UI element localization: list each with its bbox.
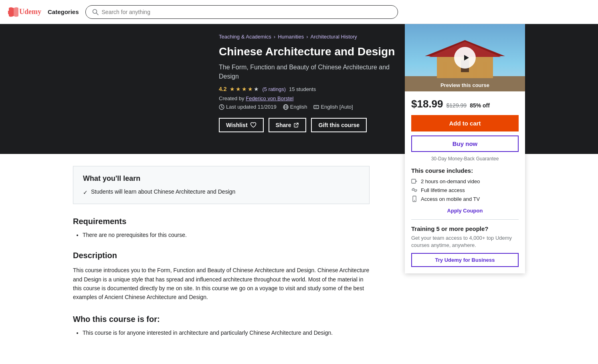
svg-point-25 [414,200,415,201]
preview-label: Preview this course [405,82,525,88]
search-input[interactable] [102,9,391,15]
svg-text:CC: CC [315,106,318,108]
content-area: What you'll learn ✓ Students will learn … [73,166,370,349]
try-business-button[interactable]: Try Udemy for Business [411,253,519,267]
requirements-title: Requirements [73,217,370,226]
business-description: Get your team access to 4,000+ top Udemy… [411,235,519,249]
apply-coupon-link[interactable]: Apply Coupon [411,208,519,214]
captions: CC English [Auto] [313,104,353,110]
gift-button[interactable]: Gift this course [311,118,367,132]
search-bar [85,5,398,19]
requirements-list: There are no prerequisites for this cour… [73,232,370,238]
rating-count: (5 ratings) [262,86,286,92]
includes-item-lifetime: Full lifetime access [411,187,519,193]
share-button[interactable]: Share [269,118,307,132]
learn-section: What you'll learn ✓ Students will learn … [73,166,370,204]
description-text: This course introduces you to the Form, … [73,266,370,302]
audience-item-0: This course is for anyone interested in … [83,330,370,336]
hero-section: Teaching & Academics › Humanities › Arch… [0,24,598,154]
rating-row: 4.2 ★ ★ ★ ★ ★ (5 ratings) 15 students [219,86,399,92]
play-button[interactable] [454,47,476,69]
includes-item-video: 2 hours on-demand video [411,178,519,184]
meta-row: Last updated 11/2019 English CC English … [219,104,399,110]
includes-title: This course includes: [411,167,519,174]
description-section: Description This course introduces you t… [73,251,370,302]
navbar: u Udemy Categories [0,0,598,24]
star-2: ★ [236,86,241,92]
svg-text:u: u [8,8,12,16]
includes-list: 2 hours on-demand video Full lifetime ac… [411,178,519,202]
svg-line-5 [222,107,223,108]
requirement-item-0: There are no prerequisites for this cour… [83,232,370,238]
star-rating: ★ ★ ★ ★ ★ [230,86,259,92]
svg-line-2 [96,13,98,15]
cc-icon: CC [313,104,319,110]
breadcrumb-arch-history[interactable]: Architectural History [311,34,357,40]
mobile-icon [411,196,418,202]
breadcrumb-teaching[interactable]: Teaching & Academics [219,34,271,40]
breadcrumb-sep-1: › [274,34,275,40]
svg-marker-21 [464,55,469,61]
learn-item-0: ✓ Students will learn about Chinese Arch… [83,188,360,196]
students-count: 15 students [289,86,316,92]
course-preview[interactable]: Preview this course [405,24,525,91]
svg-rect-16 [443,62,447,78]
last-updated: Last updated 11/2019 [219,104,277,110]
audience-list: This course is for anyone interested in … [73,330,370,336]
price-row: $18.99 $129.99 85% off [411,98,519,110]
course-title: Chinese Architecture and Design [219,44,399,59]
audience-title: Who this course is for: [73,315,370,324]
clock-icon [219,104,224,110]
price-original: $129.99 [446,102,467,109]
includes-item-mobile: Access on mobile and TV [411,196,519,202]
description-title: Description [73,251,370,260]
video-icon [411,178,418,184]
audience-section: Who this course is for: This course is f… [73,315,370,336]
requirements-section: Requirements There are no prerequisites … [73,217,370,238]
share-icon [293,122,299,128]
svg-rect-22 [412,179,416,183]
business-box: Training 5 or more people? Get your team… [411,219,519,267]
action-row: Wishlist Share Gift this course [219,118,399,132]
learn-title: What you'll learn [83,174,360,183]
star-3: ★ [242,86,247,92]
star-4: ★ [248,86,253,92]
search-icon [92,9,99,15]
heart-icon [250,122,257,128]
play-icon [462,54,470,62]
breadcrumb-sep-2: › [306,34,308,40]
svg-rect-18 [473,62,477,78]
instructor-link[interactable]: Federico von Borstel [246,95,293,101]
rating-number: 4.2 [219,86,226,92]
globe-icon [283,104,289,110]
card-body: $18.99 $129.99 85% off Add to cart Buy n… [405,91,525,273]
created-row: Created by Federico von Borstel [219,95,399,101]
infinity-icon [411,187,418,193]
buy-now-button[interactable]: Buy now [411,135,519,152]
categories-button[interactable]: Categories [48,8,79,15]
add-to-cart-button[interactable]: Add to cart [411,115,519,131]
price-discount: 85% off [470,102,490,109]
star-5-half: ★ [254,86,259,92]
sidebar-card: Preview this course $18.99 $129.99 85% o… [405,24,525,273]
udemy-logo[interactable]: u Udemy [6,5,41,19]
breadcrumb-humanities[interactable]: Humanities [278,34,304,40]
breadcrumb: Teaching & Academics › Humanities › Arch… [219,34,399,40]
wishlist-button[interactable]: Wishlist [219,118,264,132]
price-current: $18.99 [411,98,443,110]
language: English [283,104,307,110]
star-1: ★ [230,86,235,92]
svg-marker-23 [416,180,417,182]
guarantee-text: 30-Day Money-Back Guarantee [411,156,519,162]
course-subtitle: The Form, Function and Beauty of Chinese… [219,63,399,81]
business-title: Training 5 or more people? [411,225,519,232]
checkmark-icon: ✓ [83,189,88,196]
svg-rect-19 [483,62,487,78]
